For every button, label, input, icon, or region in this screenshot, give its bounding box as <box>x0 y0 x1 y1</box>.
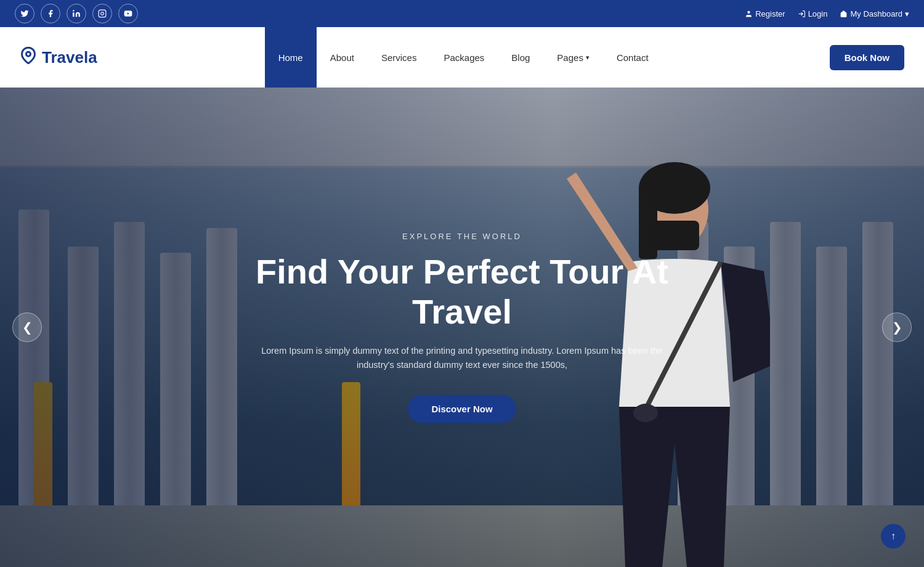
pages-dropdown-arrow: ▾ <box>586 54 590 62</box>
navbar: Travela Home About Services Packages Blo… <box>0 27 924 88</box>
nav-services[interactable]: Services <box>368 27 431 88</box>
nav-links: Home About Services Packages Blog Pages … <box>265 27 662 88</box>
next-arrow[interactable]: ❯ <box>882 312 912 342</box>
nav-pages[interactable]: Pages ▾ <box>543 27 603 88</box>
discover-button[interactable]: Discover Now <box>408 395 516 423</box>
facebook-icon[interactable] <box>41 4 60 23</box>
nav-packages[interactable]: Packages <box>430 27 498 88</box>
logo-text: Travela <box>42 48 97 67</box>
social-icons <box>15 4 138 23</box>
youtube-icon[interactable] <box>118 4 138 23</box>
instagram-icon[interactable] <box>92 4 112 23</box>
svg-point-0 <box>73 10 74 11</box>
logo[interactable]: Travela <box>20 47 97 68</box>
hero-title: Find Your Perfect Tour At Travel <box>216 252 708 332</box>
nav-home[interactable]: Home <box>265 27 317 88</box>
dashboard-link[interactable]: My Dashboard ▾ <box>840 9 909 18</box>
twitter-icon[interactable] <box>15 4 34 23</box>
hero-description: Lorem Ipsum is simply dummy text of the … <box>246 344 678 372</box>
nav-contact[interactable]: Contact <box>603 27 662 88</box>
linkedin-icon[interactable] <box>67 4 86 23</box>
book-now-button[interactable]: Book Now <box>830 45 904 70</box>
prev-arrow[interactable]: ❮ <box>12 312 42 342</box>
register-link[interactable]: Register <box>745 9 785 18</box>
login-link[interactable]: Login <box>798 9 828 18</box>
top-right-links: Register Login My Dashboard ▾ <box>745 9 909 18</box>
hero-content: EXPLORE THE WORLD Find Your Perfect Tour… <box>216 232 708 422</box>
hero-subtitle: EXPLORE THE WORLD <box>216 232 708 241</box>
logo-pin-icon <box>20 47 37 68</box>
nav-about[interactable]: About <box>317 27 368 88</box>
svg-point-4 <box>748 10 750 13</box>
svg-rect-1 <box>99 10 106 17</box>
hero-section: EXPLORE THE WORLD Find Your Perfect Tour… <box>0 88 924 567</box>
top-bar: Register Login My Dashboard ▾ <box>0 0 924 27</box>
nav-blog[interactable]: Blog <box>498 27 543 88</box>
svg-point-6 <box>26 52 31 56</box>
scroll-top-button[interactable]: ↑ <box>881 524 906 549</box>
